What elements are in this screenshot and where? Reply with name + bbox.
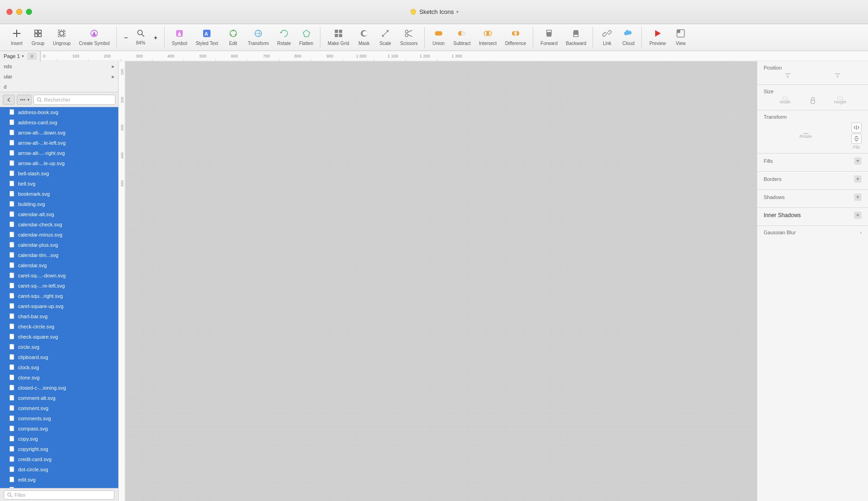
scissors-button[interactable]: Scissors (396, 27, 421, 48)
file-item[interactable]: comments.svg (0, 413, 118, 424)
close-button[interactable] (6, 9, 13, 15)
borders-label: Borders (764, 176, 782, 182)
link-button[interactable]: Link (597, 27, 617, 48)
file-item[interactable]: calendar-alt.svg (0, 209, 118, 219)
flip-vertical-button[interactable] (851, 134, 862, 144)
file-name: calendar-alt.svg (18, 212, 54, 217)
toolbar-group-order: Forward Backward (534, 27, 594, 48)
file-item[interactable]: edit.svg (0, 475, 118, 485)
scale-button[interactable]: Scale (375, 27, 396, 48)
zoom-out-button[interactable]: − (121, 27, 132, 48)
maximize-button[interactable] (26, 9, 32, 15)
file-item[interactable]: check-circle.svg (0, 321, 118, 332)
titlebar: Sketch Icons ▾ (0, 0, 868, 24)
flip-horizontal-button[interactable] (851, 122, 862, 133)
file-item[interactable]: comment-alt.svg (0, 393, 118, 403)
file-item[interactable]: credit-card.svg (0, 454, 118, 464)
transform-button[interactable]: Transform (244, 27, 273, 48)
file-item[interactable]: copy.svg (0, 434, 118, 444)
flatten-button[interactable]: Flatten (295, 27, 317, 48)
forward-button[interactable]: Forward (537, 27, 562, 48)
union-button[interactable]: Union (428, 27, 449, 48)
page-selector[interactable]: Page 1 ▾ ⊟ (0, 51, 40, 61)
layer-search[interactable]: Rechercher (33, 95, 115, 105)
file-item[interactable]: clone.svg (0, 373, 118, 383)
minimize-button[interactable] (16, 9, 22, 15)
file-item[interactable]: calendar.svg (0, 260, 118, 270)
file-svg-icon (9, 170, 16, 177)
ruler-svg: 0 100 200 300 400 500 600 700 800 900 1 … (41, 51, 868, 61)
mask-button[interactable]: Mask (354, 27, 374, 48)
canvas-area[interactable]: 100 200 300 400 500 (119, 61, 757, 501)
difference-button[interactable]: Difference (501, 27, 530, 48)
preview-button[interactable]: Preview (645, 27, 670, 48)
group-button[interactable]: Group (28, 27, 48, 48)
cloud-button[interactable]: Cloud (618, 27, 638, 48)
panel-options-button[interactable]: ▾ (17, 95, 32, 105)
nav-item-label: nds (4, 64, 12, 69)
file-item[interactable]: comment.svg (0, 403, 118, 413)
file-item[interactable]: calendar-minus.svg (0, 230, 118, 240)
file-item[interactable]: check-square.svg (0, 332, 118, 342)
file-item[interactable]: calendar-plus.svg (0, 240, 118, 250)
file-item[interactable]: bell.svg (0, 179, 118, 189)
intersect-button[interactable]: Intersect (475, 27, 500, 48)
edit-button[interactable]: Edit (223, 27, 243, 48)
file-item[interactable]: circle.svg (0, 342, 118, 352)
sidebar-nav-item-nds[interactable]: nds ▶ (0, 61, 118, 71)
file-item[interactable]: arrow-alt-...le-up.svg (0, 158, 118, 168)
file-item[interactable]: clipboard.svg (0, 352, 118, 362)
file-item[interactable]: arrow-alt-...-right.svg (0, 148, 118, 158)
styled-text-button[interactable]: A Styled Text (192, 27, 222, 48)
file-item[interactable]: arrow-alt-...le-left.svg (0, 138, 118, 148)
file-item[interactable]: closed-c-...ioning.svg (0, 383, 118, 393)
ungroup-button[interactable]: Ungroup (49, 27, 74, 48)
create-symbol-button[interactable]: Create Symbol (75, 27, 113, 48)
sidebar-nav-item-ular[interactable]: ular ▶ (0, 71, 118, 82)
file-item[interactable]: caret-sq-...re-left.svg (0, 281, 118, 291)
file-item[interactable]: clock.svg (0, 362, 118, 373)
subtract-button[interactable]: Subtract (450, 27, 474, 48)
file-item[interactable]: calendar-tim...svg (0, 250, 118, 260)
lock-ratio[interactable] (809, 97, 817, 104)
svg-rect-29 (339, 34, 342, 37)
file-item[interactable]: caret-squ...right.svg (0, 291, 118, 301)
file-item[interactable]: address-card.svg (0, 117, 118, 128)
file-item[interactable]: building.svg (0, 199, 118, 209)
file-item[interactable]: envelope-open.svg (0, 485, 118, 488)
zoom-in-button[interactable]: + (150, 27, 161, 48)
file-list[interactable]: address-book.svg address-card.svg arrow-… (0, 107, 118, 488)
file-item[interactable]: compass.svg (0, 424, 118, 434)
page-toggle[interactable]: ⊟ (28, 53, 36, 59)
insert-button[interactable]: Insert (6, 27, 27, 48)
view-button[interactable]: View (670, 27, 691, 48)
zoom-level-button[interactable]: 84% (133, 27, 149, 48)
file-item[interactable]: bookmark.svg (0, 189, 118, 199)
sidebar-nav-item-d[interactable]: d (0, 82, 118, 92)
add-inner-shadow-button[interactable]: + (854, 212, 862, 219)
preview-label: Preview (649, 41, 666, 46)
svg-text:1 200: 1 200 (420, 54, 430, 58)
symbol-button[interactable]: Symbol (168, 27, 191, 48)
panel-back-button[interactable] (3, 95, 15, 105)
rotate-button[interactable]: Rotate (274, 27, 294, 48)
title-dropdown-arrow[interactable]: ▾ (456, 9, 459, 14)
filter-search[interactable]: Filter (4, 490, 115, 500)
file-item[interactable]: address-book.svg (0, 107, 118, 117)
canvas-content[interactable] (125, 61, 757, 501)
make-grid-button[interactable]: Make Grid (324, 27, 353, 48)
file-item[interactable]: copyright.svg (0, 444, 118, 454)
file-item[interactable]: chart-bar.svg (0, 311, 118, 321)
backward-button[interactable]: Backward (562, 27, 590, 48)
file-item[interactable]: caret-square-up.svg (0, 301, 118, 311)
file-item[interactable]: dot-circle.svg (0, 464, 118, 475)
file-item[interactable]: arrow-alt-...down.svg (0, 128, 118, 138)
file-item[interactable]: calendar-check.svg (0, 219, 118, 230)
add-border-button[interactable]: + (854, 175, 862, 183)
gaussian-chevron-icon[interactable]: › (860, 230, 862, 235)
svg-line-88 (40, 101, 42, 102)
add-fill-button[interactable]: + (854, 157, 862, 165)
file-item[interactable]: caret-sq-...-down.svg (0, 270, 118, 281)
file-item[interactable]: bell-slash.svg (0, 168, 118, 179)
add-shadow-button[interactable]: + (854, 193, 862, 201)
